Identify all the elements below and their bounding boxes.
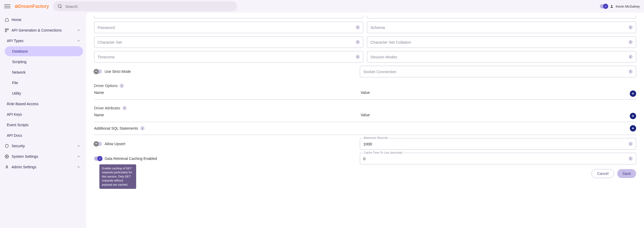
info-icon[interactable]: i xyxy=(140,126,145,130)
nav-database[interactable]: Database xyxy=(5,46,83,56)
nav-api-types[interactable]: API Types xyxy=(2,36,83,46)
prev-field-left[interactable] xyxy=(94,16,363,18)
add-driver-attribute-button[interactable] xyxy=(630,113,636,119)
col-value: Value xyxy=(361,113,627,119)
chevron-down-icon xyxy=(77,155,80,158)
chevron-up-icon xyxy=(77,39,80,43)
info-icon[interactable]: i xyxy=(356,40,360,44)
nav-file[interactable]: File xyxy=(5,78,83,88)
caching-toggle[interactable]: ✓ xyxy=(94,156,102,161)
schema-field[interactable]: Schema i xyxy=(367,22,636,33)
socket-connection-field[interactable]: Socket Connection i xyxy=(360,66,636,77)
charset-collation-field[interactable]: Character Set Collation i xyxy=(367,36,636,48)
col-name: Name xyxy=(94,113,361,119)
caching-label: Data Retrieval Caching Enabled xyxy=(105,156,157,161)
info-icon[interactable]: i xyxy=(120,84,124,88)
col-value: Value xyxy=(361,90,627,97)
info-icon[interactable]: i xyxy=(122,106,127,110)
driver-options-header: Name Value xyxy=(94,88,636,100)
theme-toggle[interactable]: ✓ xyxy=(600,4,608,8)
driver-attributes-title: Driver Attributes i xyxy=(94,106,636,110)
allow-upsert-toggle[interactable] xyxy=(94,142,102,146)
col-name: Name xyxy=(94,90,361,97)
nav-api-docs[interactable]: API Docs xyxy=(2,130,83,140)
svg-point-7 xyxy=(6,166,7,167)
svg-line-1 xyxy=(61,7,62,8)
svg-point-6 xyxy=(6,156,7,157)
sidebar: Home API Generation & Connections API Ty… xyxy=(0,13,86,228)
nav-scripting[interactable]: Scripting xyxy=(5,57,83,67)
info-icon[interactable]: i xyxy=(356,55,360,59)
cancel-button[interactable]: Cancel xyxy=(591,169,614,178)
info-icon[interactable]: i xyxy=(628,156,633,161)
add-driver-option-button[interactable] xyxy=(630,90,636,97)
add-sql-button[interactable] xyxy=(630,125,636,131)
svg-rect-4 xyxy=(7,29,8,30)
nav-system-settings[interactable]: System Settings xyxy=(2,151,83,161)
allow-upsert-label: Allow Upsert xyxy=(105,142,125,146)
nav-utility[interactable]: Utility xyxy=(5,88,83,98)
nav-security[interactable]: Security xyxy=(2,141,83,151)
use-strict-label: Use Strict Mode xyxy=(105,69,131,74)
save-button[interactable]: Save xyxy=(617,169,636,178)
nav-network[interactable]: Network xyxy=(5,67,83,77)
nav-api-keys[interactable]: API Keys xyxy=(2,109,83,119)
nav-event-scripts[interactable]: Event Scripts xyxy=(2,120,83,130)
svg-rect-5 xyxy=(5,31,7,32)
driver-options-title: Driver Options i xyxy=(94,84,636,88)
use-strict-row: Use Strict Mode xyxy=(94,66,356,77)
user-icon xyxy=(610,4,614,8)
max-records-field[interactable]: Maximum Records 1000 i xyxy=(360,138,636,150)
svg-rect-3 xyxy=(5,29,7,30)
caching-row: ✓ Data Retrieval Caching Enabled Enable … xyxy=(94,153,356,164)
allow-upsert-row: Allow Upsert xyxy=(94,138,356,150)
driver-attributes-header: Name Value xyxy=(94,110,636,122)
chevron-down-icon xyxy=(77,144,80,148)
info-icon[interactable]: i xyxy=(628,142,633,146)
user-name[interactable]: Kevin McGahey xyxy=(616,4,640,8)
nav-api-generation[interactable]: API Generation & Connections xyxy=(2,25,83,35)
search-bar[interactable] xyxy=(53,1,237,11)
caching-tooltip: Enable caching of GET requests particula… xyxy=(99,164,136,189)
nav-home[interactable]: Home xyxy=(2,15,83,25)
info-icon[interactable]: i xyxy=(628,69,633,74)
password-field[interactable]: Password i xyxy=(94,22,363,33)
prev-field-right[interactable] xyxy=(367,16,636,18)
charset-field[interactable]: Character Set i xyxy=(94,36,363,48)
info-icon[interactable]: i xyxy=(628,40,633,44)
search-icon xyxy=(57,4,63,9)
info-icon[interactable]: i xyxy=(628,55,633,59)
nav-rba[interactable]: Role Based Access xyxy=(2,99,83,109)
svg-point-2 xyxy=(611,5,612,6)
max-records-value: 1000 xyxy=(363,142,372,146)
nav-admin-settings[interactable]: Admin Settings xyxy=(2,162,83,172)
chevron-down-icon xyxy=(77,165,80,169)
info-icon[interactable]: i xyxy=(356,25,360,29)
session-modes-field[interactable]: Session Modes i xyxy=(367,51,636,63)
cache-ttl-value: 0 xyxy=(363,156,365,161)
additional-sql-title: Additional SQL Statements xyxy=(94,126,138,130)
info-icon[interactable]: i xyxy=(628,25,633,29)
cache-ttl-field[interactable]: Cache Time To Live (seconds) 0 i xyxy=(360,153,636,164)
timezone-field[interactable]: Timezone i xyxy=(94,51,363,63)
hamburger-menu[interactable] xyxy=(4,3,11,9)
main-form: Password i Schema i Character Set i Char… xyxy=(86,13,644,228)
chevron-up-icon xyxy=(77,28,80,32)
use-strict-toggle[interactable] xyxy=(94,69,102,74)
search-input[interactable] xyxy=(65,4,233,9)
logo: ✿DreamFactory xyxy=(15,4,49,9)
svg-point-0 xyxy=(58,4,61,8)
